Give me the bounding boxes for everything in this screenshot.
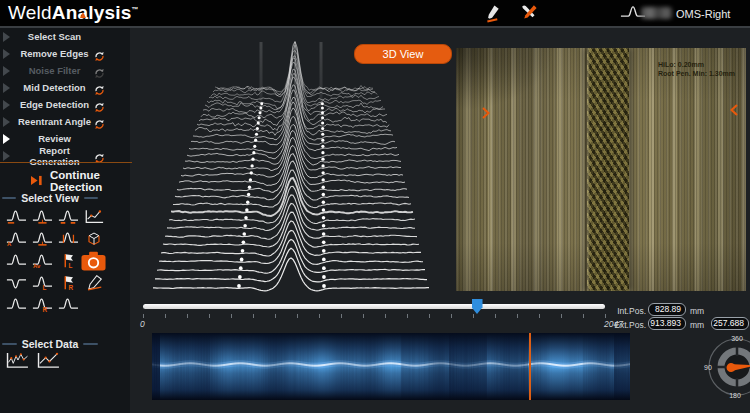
angle-value[interactable]: 257.688	[711, 317, 749, 330]
peak-r-view-icon[interactable]: R	[31, 296, 52, 313]
peak-baseline-view-icon[interactable]	[5, 208, 26, 225]
weld-camera-image	[456, 48, 746, 291]
ext-pos-value[interactable]: 913.893	[648, 317, 686, 330]
marker-right-chevron-icon[interactable]	[482, 105, 491, 118]
refresh-icon[interactable]	[94, 82, 106, 93]
peak-mid-view-icon[interactable]	[31, 208, 52, 225]
slider-tick	[231, 314, 232, 318]
step-triangle-icon	[3, 117, 15, 127]
step-label: Noise Filter	[15, 65, 94, 76]
cube-3d-view-icon[interactable]	[83, 230, 104, 247]
flag-right-view-icon[interactable]: R	[57, 274, 78, 291]
step-label: Mid Detection	[15, 82, 94, 93]
select-data-header: Select Data	[2, 338, 98, 350]
slider-tick	[561, 314, 562, 318]
sidebar-step-noise-filter[interactable]: Noise Filter	[0, 62, 130, 79]
spacer	[94, 31, 106, 42]
slider-tick	[385, 314, 386, 318]
settings-tools-icon[interactable]	[520, 4, 538, 22]
sidebar-step-select-scan[interactable]: Select Scan	[0, 28, 130, 45]
step-label: Remove Edges	[15, 48, 94, 59]
sidebar-step-remove-edges[interactable]: Remove Edges	[0, 45, 130, 62]
gauge-left-label: 90	[704, 364, 712, 371]
annotate-pencil-icon[interactable]	[485, 4, 503, 22]
play-pause-icon	[30, 175, 43, 188]
logo-analysis-pre: An	[52, 2, 78, 23]
svg-text:L: L	[42, 284, 46, 291]
header-line	[84, 197, 98, 199]
slider-tick	[605, 314, 606, 318]
flag-left-view-icon[interactable]: L	[57, 252, 78, 269]
select-view-header: Select View	[2, 192, 98, 204]
int-pos-label: Int.Pos.	[614, 306, 646, 316]
marker-left-chevron-icon[interactable]	[730, 102, 739, 115]
gauge-bottom-label: 180	[729, 392, 741, 399]
measurement-overlay: HiLo: 0.20mm Root Pen. Min: 1.30mm	[658, 60, 735, 78]
peak-bracket-view-icon[interactable]	[57, 230, 78, 247]
line-chart-view-icon[interactable]	[83, 208, 104, 225]
intensity-strip[interactable]	[152, 333, 630, 400]
profile-3d-waterfall[interactable]	[145, 40, 457, 298]
peak-simple-view-icon[interactable]	[5, 296, 26, 313]
scan-position-slider-track[interactable]	[143, 304, 605, 309]
slider-tick	[319, 314, 320, 318]
step-label: Review	[15, 133, 94, 144]
svg-text:L: L	[68, 262, 72, 269]
sidebar-step-edge-detection[interactable]: Edge Detection	[0, 96, 130, 113]
sidebar-step-mid-detection[interactable]: Mid Detection	[0, 79, 130, 96]
slider-tick	[473, 314, 474, 318]
slider-tick	[143, 314, 144, 318]
refresh-icon[interactable]	[94, 99, 106, 110]
sidebar-divider	[0, 162, 132, 163]
continue-detection-button[interactable]: Continue Detection	[30, 169, 130, 193]
slider-tick	[517, 314, 518, 318]
refresh-icon[interactable]	[94, 150, 106, 161]
app-logo: WeldAnalysis™	[8, 2, 139, 24]
step-label: Select Scan	[15, 31, 94, 42]
select-data-label: Select Data	[22, 338, 79, 350]
peak-area-view-icon[interactable]: A	[5, 230, 26, 247]
edit-pencil-view-icon[interactable]	[83, 274, 104, 291]
gauge-top-label: 360	[731, 335, 743, 342]
svg-text:A: A	[6, 241, 11, 247]
peak-narrow-view-icon[interactable]	[5, 252, 26, 269]
spacer	[94, 133, 106, 144]
3d-view-button[interactable]: 3D View	[354, 44, 452, 64]
slider-tick	[429, 314, 430, 318]
header-line	[2, 343, 17, 345]
workflow-steps: Select ScanRemove Edges Noise Filter Mid…	[0, 28, 130, 164]
svg-text:R: R	[42, 306, 47, 313]
slider-tick	[209, 314, 210, 318]
trend-data-icon[interactable]	[36, 351, 62, 371]
logo-analysis-post: lysis	[88, 2, 131, 23]
hilo-value: HiLo: 0.20mm	[658, 60, 735, 69]
slider-tick	[451, 314, 452, 318]
logo-weld: Weld	[8, 2, 52, 23]
refresh-icon[interactable]	[94, 116, 106, 127]
logo-accent-letter: a	[77, 2, 88, 24]
scan-position-slider-thumb[interactable]	[472, 299, 483, 314]
raw-profile-data-icon[interactable]	[5, 351, 31, 371]
profile-peak-icon	[620, 4, 640, 22]
slider-ticks	[143, 314, 605, 319]
sidebar-step-reentrant-angle[interactable]: Reentrant Angle	[0, 113, 130, 130]
refresh-icon[interactable]	[94, 48, 106, 59]
redacted-text	[641, 7, 672, 19]
slider-tick	[165, 314, 166, 318]
peak-l-view-icon[interactable]: L	[31, 274, 52, 291]
camera-view-icon[interactable]	[80, 250, 106, 271]
peak-avg-view-icon[interactable]: Av	[31, 252, 52, 269]
int-pos-value[interactable]: 828.89	[648, 303, 686, 316]
data-icon-grid	[5, 351, 62, 371]
refresh-icon[interactable]	[94, 65, 106, 76]
peak-plain-view-icon[interactable]	[57, 296, 78, 313]
sidebar: Select ScanRemove Edges Noise Filter Mid…	[0, 28, 130, 413]
rotation-gauge[interactable]: 360 90 180	[700, 330, 750, 410]
ext-pos-unit: mm	[690, 320, 704, 330]
valley-view-icon[interactable]	[5, 274, 26, 291]
peak-width-view-icon[interactable]	[57, 208, 78, 225]
peak-measure-view-icon[interactable]	[31, 230, 52, 247]
slider-min-label: 0	[140, 319, 145, 329]
slider-tick	[253, 314, 254, 318]
header-line	[2, 197, 16, 199]
